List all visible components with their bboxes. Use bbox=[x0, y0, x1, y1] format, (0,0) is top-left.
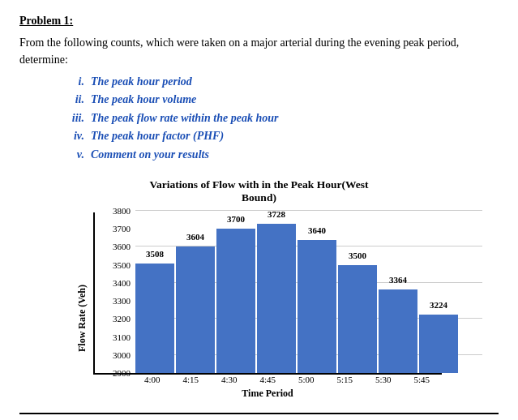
bar-group-0: 3508 bbox=[135, 264, 174, 373]
bar-group-7: 3224 bbox=[419, 315, 458, 373]
x-label-0: 4:00 bbox=[134, 375, 171, 384]
chart-title: Variations of Flow with in the Peak Hour… bbox=[150, 178, 369, 204]
y-tick-3200: 3200 bbox=[95, 314, 131, 324]
bottom-line bbox=[19, 413, 499, 414]
bar-group-2: 3700 bbox=[216, 229, 255, 373]
problem-title: Problem 1: bbox=[19, 15, 499, 28]
problem-items-list: i.The peak hour periodii.The peak hour v… bbox=[58, 73, 499, 164]
y-tick-2900: 2900 bbox=[95, 368, 131, 378]
bar-3 bbox=[257, 224, 296, 373]
x-label-7: 5:45 bbox=[404, 375, 441, 384]
bar-group-1: 3604 bbox=[176, 246, 215, 373]
bar-group-4: 3640 bbox=[298, 240, 336, 373]
item-text-0: The peak hour period bbox=[91, 73, 192, 91]
intro-line1: From the following counts, which were ta… bbox=[19, 36, 459, 49]
chart-title-line2: Bound) bbox=[242, 191, 276, 204]
item-text-3: The peak hour factor (PHF) bbox=[91, 127, 224, 145]
x-label-5: 5:15 bbox=[327, 375, 364, 384]
item-num-4: v. bbox=[58, 146, 84, 164]
bar-label-2: 3700 bbox=[227, 214, 245, 224]
x-axis-title: Time Period bbox=[93, 388, 442, 400]
item-num-2: iii. bbox=[58, 109, 84, 127]
bar-label-3: 3728 bbox=[268, 209, 285, 219]
chart-inner: 2900300031003200330034003500360037003800… bbox=[93, 212, 442, 400]
y-tick-3000: 3000 bbox=[95, 350, 131, 360]
y-tick-3800: 3800 bbox=[95, 206, 131, 216]
x-axis-area: 4:004:154:304:455:005:155:305:45 bbox=[93, 375, 442, 384]
bar-label-5: 3500 bbox=[349, 251, 366, 260]
item-num-1: ii. bbox=[58, 91, 84, 109]
bar-2 bbox=[216, 229, 255, 373]
problem-item-1: ii.The peak hour volume bbox=[58, 91, 499, 109]
bar-6 bbox=[379, 289, 417, 373]
chart-container: Flow Rate (Veh) 290030003100320033003400… bbox=[76, 212, 442, 400]
bar-label-6: 3364 bbox=[389, 275, 407, 285]
y-tick-3600: 3600 bbox=[95, 242, 131, 251]
x-label-4: 5:00 bbox=[288, 375, 325, 384]
y-axis-label: Flow Rate (Veh) bbox=[76, 238, 88, 400]
bar-group-3: 3728 bbox=[257, 224, 296, 373]
chart-section: Variations of Flow with in the Peak Hour… bbox=[19, 178, 499, 400]
chart-title-line1: Variations of Flow with in the Peak Hour… bbox=[150, 178, 369, 191]
bar-label-1: 3604 bbox=[186, 232, 204, 242]
intro-text: From the following counts, which were ta… bbox=[19, 34, 499, 68]
x-label-2: 4:30 bbox=[211, 375, 248, 384]
item-num-3: iv. bbox=[58, 127, 84, 145]
item-num-0: i. bbox=[58, 73, 84, 91]
item-text-2: The peak flow rate within the peak hour bbox=[91, 109, 278, 127]
x-label-1: 4:15 bbox=[173, 375, 210, 384]
bar-0 bbox=[135, 264, 174, 373]
y-tick-3100: 3100 bbox=[95, 332, 131, 342]
y-tick-3500: 3500 bbox=[95, 260, 131, 270]
bar-label-0: 3508 bbox=[146, 249, 164, 259]
x-label-3: 4:45 bbox=[250, 375, 287, 384]
intro-line2: determine: bbox=[19, 54, 68, 66]
problem-item-0: i.The peak hour period bbox=[58, 73, 499, 91]
problem-item-3: iv.The peak hour factor (PHF) bbox=[58, 127, 499, 145]
bar-label-7: 3224 bbox=[430, 300, 447, 310]
bars-area: 2900300031003200330034003500360037003800… bbox=[93, 212, 442, 375]
y-tick-3300: 3300 bbox=[95, 296, 131, 306]
bar-7 bbox=[419, 315, 458, 373]
y-tick-3400: 3400 bbox=[95, 278, 131, 288]
item-text-1: The peak hour volume bbox=[91, 91, 196, 109]
x-label-6: 5:30 bbox=[365, 375, 402, 384]
problem-item-2: iii.The peak flow rate within the peak h… bbox=[58, 109, 499, 127]
y-tick-3700: 3700 bbox=[95, 224, 131, 234]
bar-1 bbox=[176, 246, 215, 373]
problem-item-4: v.Comment on your results bbox=[58, 146, 499, 164]
bar-group-6: 3364 bbox=[379, 289, 417, 373]
bar-5 bbox=[338, 265, 377, 373]
bar-4 bbox=[298, 240, 336, 373]
item-text-4: Comment on your results bbox=[91, 146, 209, 164]
bar-label-4: 3640 bbox=[308, 225, 326, 235]
bar-group-5: 3500 bbox=[338, 265, 377, 373]
